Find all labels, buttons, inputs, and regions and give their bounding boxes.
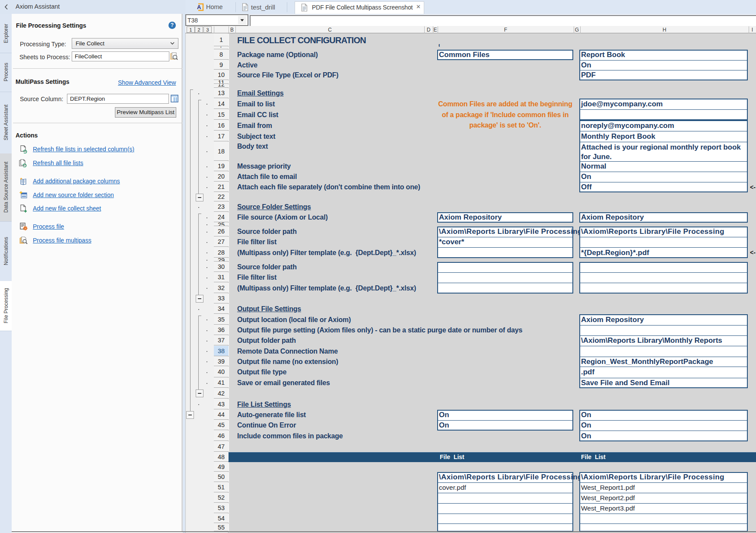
- svg-text:A: A: [197, 4, 201, 10]
